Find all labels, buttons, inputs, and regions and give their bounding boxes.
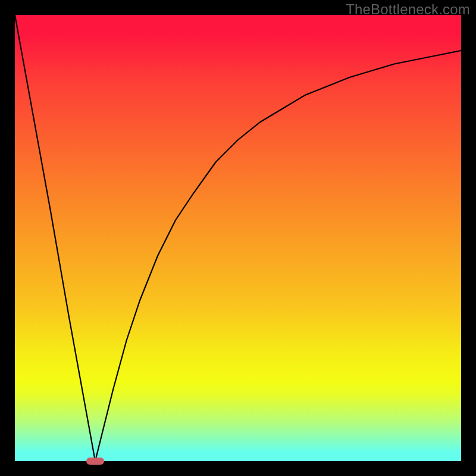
bottleneck-curve-right [95,51,461,461]
watermark-text: TheBottleneck.com [346,1,470,18]
optimum-marker [86,458,104,465]
plot-area [15,15,461,461]
curve-layer [15,15,461,461]
bottleneck-curve-left [15,15,95,461]
chart-frame: TheBottleneck.com [0,0,476,476]
